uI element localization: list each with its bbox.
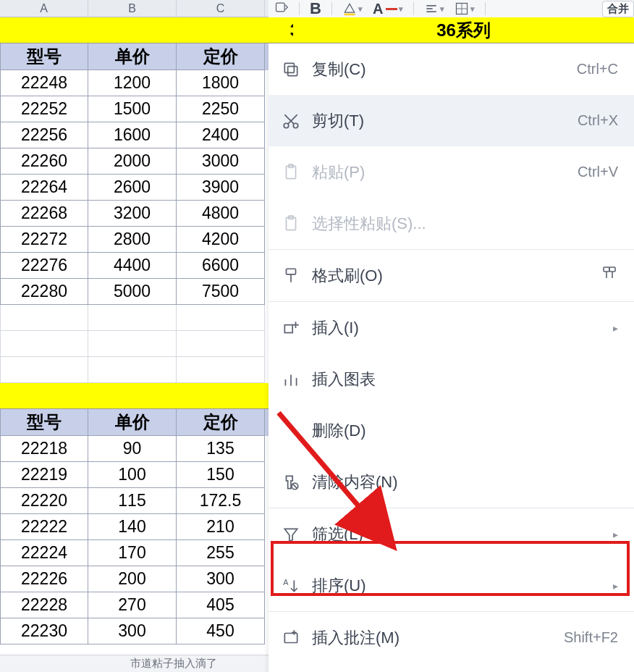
table-cell[interactable]: 22268 [0,201,88,227]
table-cell[interactable]: 3200 [88,201,177,227]
table-cell[interactable]: 22218 [0,436,88,462]
svg-rect-20 [604,267,609,272]
menu-insert[interactable]: 插入(I) ▸ [269,302,634,353]
table-cell[interactable]: 210 [177,514,265,540]
series2-header-listprice[interactable]: 定价 [177,409,265,436]
table-cell[interactable]: 4200 [177,227,265,253]
submenu-arrow-icon: ▸ [613,322,618,334]
table-cell[interactable]: 115 [88,488,177,514]
series1-header-listprice[interactable]: 定价 [177,43,265,70]
menu-delete[interactable]: 删除(D) [269,405,634,456]
fill-color-button[interactable]: ▾ [342,1,363,16]
menu-sort-label: 排序(U) [312,575,607,597]
table-cell[interactable]: 22252 [0,96,88,122]
series1-header-unitprice[interactable]: 单价 [88,43,177,70]
table-cell[interactable]: 172.5 [177,488,265,514]
menu-sort[interactable]: A 排序(U) ▸ [269,560,634,611]
table-cell[interactable]: 6600 [177,253,265,279]
menu-filter[interactable]: 筛选(L) ▸ [269,508,634,560]
table-cell[interactable]: 7500 [177,279,265,305]
table-cell[interactable]: 22220 [0,488,88,514]
table-cell[interactable]: 2600 [88,175,177,201]
table-cell[interactable]: 300 [177,566,265,592]
table-cell[interactable]: 3900 [177,175,265,201]
menu-insert-comment[interactable]: 插入批注(M) Shift+F2 [269,612,634,663]
submenu-arrow-icon: ▸ [613,580,618,592]
col-header-a[interactable]: A [0,0,88,17]
table-cell[interactable]: 22260 [0,148,88,175]
table-cell[interactable]: 22256 [0,122,88,148]
menu-paste-special: 选择性粘贴(S)... [269,198,634,249]
menu-paste-label: 粘贴(P) [312,161,578,183]
table-cell[interactable]: 3000 [177,148,265,175]
sheet-tab-label[interactable]: 市道粘子抽入滴了 [130,657,217,671]
table-cell[interactable]: 22264 [0,175,88,201]
menu-cut[interactable]: 剪切(T) Ctrl+X [269,95,634,146]
font-color-button[interactable]: A▾ [373,1,403,17]
table-cell[interactable]: 1800 [177,70,265,96]
table-cell[interactable]: 22228 [0,592,88,618]
table-cell[interactable]: 22280 [0,279,88,305]
table-cell[interactable]: 22230 [0,618,88,644]
merge-button[interactable]: 合并 [602,1,634,17]
align-button[interactable]: ▾ [424,1,444,16]
table-cell[interactable]: 1500 [88,96,177,122]
table-cell[interactable]: 22226 [0,566,88,592]
table-cell[interactable]: 2400 [177,122,265,148]
insert-icon [282,319,312,337]
table-cell[interactable]: 405 [177,592,265,618]
submenu-arrow-icon: ▸ [613,529,618,540]
table-cell[interactable]: 2800 [88,227,177,253]
svg-rect-0 [276,3,285,12]
border-button[interactable]: ▾ [455,1,475,16]
menu-cut-shortcut: Ctrl+X [578,112,618,129]
menu-pick-from-list[interactable]: 从下拉列表中选择(K)... [269,663,634,672]
menu-paste: 粘贴(P) Ctrl+V [269,146,634,198]
chart-icon [282,370,312,389]
series1-header-model[interactable]: 型号 [0,43,88,70]
table-cell[interactable]: 150 [177,462,265,488]
series2-header-model[interactable]: 型号 [0,409,88,436]
menu-insert-chart[interactable]: 插入图表 [269,353,634,405]
col-header-b[interactable]: B [88,0,177,17]
table-cell[interactable]: 1600 [88,122,177,148]
table-cell[interactable]: 2000 [88,148,177,175]
table-cell[interactable]: 4800 [177,201,265,227]
table-cell[interactable]: 100 [88,462,177,488]
table-cell[interactable]: 90 [88,436,177,462]
series2-header-unitprice[interactable]: 单价 [88,409,177,436]
table-cell[interactable]: 270 [88,592,177,618]
copy-icon [282,60,312,79]
format-icon[interactable] [274,0,289,18]
table-cell[interactable]: 170 [88,540,177,566]
col-header-c[interactable]: C [177,0,265,17]
svg-rect-1 [344,14,355,16]
menu-copy-shortcut: Ctrl+C [577,61,618,77]
table-cell[interactable]: 300 [88,618,177,644]
table-cell[interactable]: 22276 [0,253,88,279]
menu-copy[interactable]: 复制(C) Ctrl+C [269,43,634,95]
table-cell[interactable]: 2250 [177,96,265,122]
format-painter-extra-icon [601,265,618,287]
menu-clear[interactable]: 清除内容(N) [269,456,634,508]
table-cell[interactable]: 22248 [0,70,88,96]
table-cell[interactable]: 22224 [0,540,88,566]
paste-special-icon [282,214,312,233]
menu-insert-chart-label: 插入图表 [312,369,618,390]
table-cell[interactable]: 140 [88,514,177,540]
bold-button[interactable]: B [310,0,321,18]
table-cell[interactable]: 22222 [0,514,88,540]
table-cell[interactable]: 255 [177,540,265,566]
table-cell[interactable]: 135 [177,436,265,462]
menu-format-painter[interactable]: 格式刷(O) [269,250,634,301]
table-cell[interactable]: 22219 [0,462,88,488]
table-cell[interactable]: 200 [88,566,177,592]
table-cell[interactable]: 5000 [88,279,177,305]
sort-icon: A [282,576,312,595]
menu-insert-comment-label: 插入批注(M) [312,627,564,649]
table-cell[interactable]: 1200 [88,70,177,96]
table-cell[interactable]: 4400 [88,253,177,279]
table-cell[interactable]: 450 [177,618,265,644]
table-cell[interactable]: 22272 [0,227,88,253]
svg-rect-34 [284,633,297,642]
